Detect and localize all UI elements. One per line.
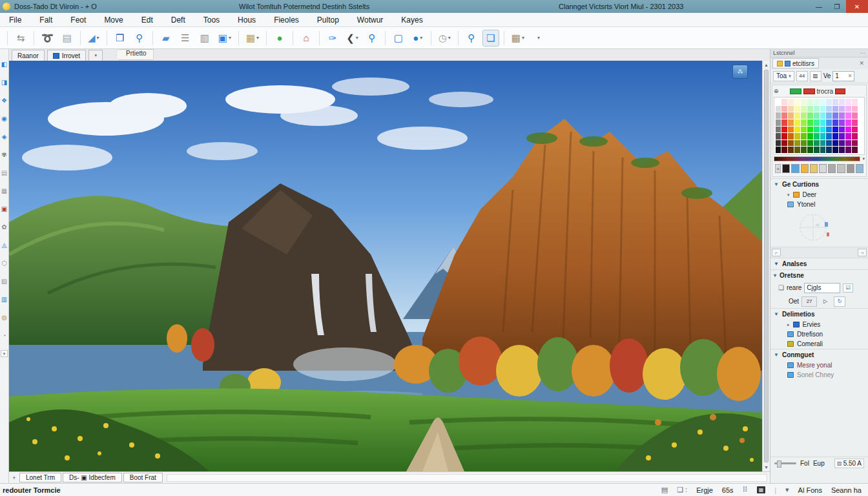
zoom-value-box[interactable]: ▨ 5.50 A [834, 459, 864, 468]
palette-cell[interactable] [788, 119, 794, 126]
menu-move[interactable]: Move [95, 13, 132, 27]
wand-tool-icon[interactable]: ❖ [0, 93, 8, 107]
pin-icon[interactable]: ⚲ [364, 30, 380, 46]
menu-kayes[interactable]: Kayes [392, 13, 431, 27]
palette-cell[interactable] [820, 99, 826, 105]
palette-cell[interactable] [832, 127, 838, 133]
briefcase-icon[interactable]: ▢ [390, 30, 407, 46]
undo-redo-icon[interactable]: ⇆ [12, 30, 29, 46]
palette-cell[interactable] [845, 140, 851, 147]
palette-cell[interactable] [845, 147, 851, 153]
palette-cell[interactable] [826, 127, 832, 133]
mode-caret-icon[interactable]: ▾ [785, 486, 789, 494]
menu-wotwur[interactable]: Wotwur [348, 13, 392, 27]
palette-cell[interactable] [852, 119, 858, 126]
tree-item[interactable]: ▸Ervies [770, 320, 868, 329]
poly-tool-icon[interactable]: ⬡ [0, 256, 8, 270]
section-header[interactable]: ▼ Delimetios [770, 309, 868, 320]
clone-tool-icon[interactable]: ✾ [0, 147, 8, 161]
play-icon[interactable]: ▷ [820, 296, 831, 307]
select-tool-icon[interactable]: ◨ [0, 75, 8, 89]
section-header[interactable]: ▼ Conmguet [770, 349, 868, 360]
confirm-check-icon[interactable]: ☑ [843, 284, 853, 293]
grayscale-cell[interactable] [776, 112, 781, 119]
tree-item[interactable]: Comerali [770, 339, 868, 349]
palette-cell[interactable] [820, 147, 826, 153]
move-tool-icon[interactable]: ◧ [0, 57, 8, 71]
palette-cell[interactable] [788, 133, 794, 140]
page-copy-icon[interactable]: ❏ : [677, 486, 687, 494]
menu-toos[interactable]: Toos [194, 13, 229, 27]
refresh-icon[interactable]: ↻ [834, 296, 845, 307]
hatch-tool-icon[interactable]: ▧ [0, 274, 8, 288]
tree-item[interactable]: Sonel Chney [770, 370, 868, 380]
gear-tool-icon[interactable]: ✿ [0, 220, 8, 234]
palette-cell[interactable] [826, 133, 832, 140]
document-tab-2[interactable]: Irrovet [47, 50, 86, 61]
sheet-nav-button[interactable]: + [9, 475, 19, 481]
palette-cell[interactable] [801, 133, 807, 140]
scrollbar-thumb[interactable] [764, 70, 769, 462]
palette-cell[interactable] [845, 119, 851, 126]
palette-cell[interactable] [801, 106, 807, 112]
palette-cell[interactable] [852, 99, 858, 105]
palette-cell[interactable] [807, 119, 813, 126]
save-icon[interactable]: ▦▾ [243, 30, 262, 46]
menu-deft[interactable]: Deft [162, 13, 194, 27]
scroll-down-icon[interactable]: ▼ [763, 463, 770, 471]
tree-item[interactable]: Ytonel [770, 200, 868, 209]
tree-item[interactable]: Dtrefison [770, 329, 868, 339]
palette-cell[interactable] [845, 112, 851, 119]
palette-cell[interactable] [794, 147, 800, 153]
palette-cell[interactable] [814, 119, 820, 126]
red-swatch[interactable] [803, 88, 815, 94]
mode-label[interactable]: Al Fons [798, 486, 822, 494]
palette-cell[interactable] [801, 119, 807, 126]
palette-cell[interactable] [814, 112, 820, 119]
palette-cell[interactable] [814, 133, 820, 140]
grayscale-cell[interactable] [776, 133, 781, 140]
palette-cell[interactable] [781, 112, 787, 119]
rows-tool-icon[interactable]: ▥ [0, 292, 8, 306]
canvas-overlay-icon[interactable]: ⁂ [732, 65, 748, 79]
grid-44-button[interactable]: 44 [796, 71, 808, 81]
color-swatch[interactable] [801, 164, 809, 173]
clock-icon[interactable]: ◷▾ [436, 30, 453, 46]
color-swatch[interactable] [837, 164, 845, 173]
palette-cell[interactable] [826, 112, 832, 119]
palette-cell[interactable] [788, 112, 794, 119]
palette-cell[interactable] [839, 140, 845, 147]
grayscale-cell[interactable] [776, 147, 781, 153]
palette-cell[interactable] [852, 112, 858, 119]
shape-tool-icon[interactable]: ◬ [0, 238, 8, 252]
target-icon[interactable]: ⊕ [774, 88, 779, 94]
palette-cell[interactable] [807, 99, 813, 105]
frame-tool-icon[interactable]: ▦ [0, 183, 8, 198]
pen-icon[interactable]: ✑ [324, 30, 341, 46]
layout-icon[interactable]: ▦▾ [509, 30, 527, 46]
eraser-icon[interactable]: ▰ [158, 30, 174, 46]
palette-cell[interactable] [832, 119, 838, 126]
gray-box-tool-icon[interactable]: ▤ [0, 165, 8, 180]
canvas-vertical-scrollbar[interactable]: ▲ ▼ [762, 61, 770, 471]
zoom-tool-icon[interactable]: ⚲ [131, 30, 148, 46]
grayscale-cell[interactable] [776, 119, 781, 126]
palette-cell[interactable] [826, 147, 832, 153]
section-header[interactable]: ▼ Ge Curtions [770, 179, 868, 190]
grayscale-cell[interactable] [776, 106, 781, 112]
palette-cell[interactable] [839, 133, 845, 140]
palette-cell[interactable] [807, 147, 813, 153]
palette-cell[interactable] [781, 106, 787, 112]
palette-cell[interactable] [820, 133, 826, 140]
palette-cell[interactable] [832, 133, 838, 140]
record-icon[interactable]: ● [271, 30, 288, 46]
red-grid-tool-icon[interactable]: ▣ [0, 202, 8, 216]
palette-cell[interactable] [807, 106, 813, 112]
overflow-icon[interactable]: ▾ [530, 30, 546, 46]
notebook-icon[interactable]: ❒ [112, 30, 129, 46]
palette-cell[interactable] [814, 106, 820, 112]
stamp-tool-icon[interactable]: ◍ [0, 310, 8, 324]
page-select-icon[interactable]: ❏ [482, 30, 499, 46]
palette-cell[interactable] [826, 99, 832, 105]
image-canvas[interactable]: ⁂ [9, 61, 762, 471]
